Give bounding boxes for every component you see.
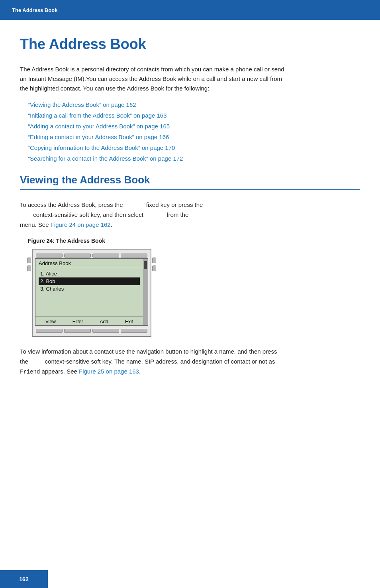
left-buttons [27, 258, 31, 271]
page-footer: 162 [0, 570, 48, 588]
viewing-para1: To access the Address Book, press the fi… [20, 200, 287, 230]
bottom-hw-buttons [35, 327, 148, 334]
page-number: 162 [19, 576, 28, 582]
softkey-exit: Exit [125, 319, 133, 324]
screen-scrollbar [143, 259, 148, 325]
viewing-para1-start: To access the Address Book, press the [20, 201, 123, 208]
hw-button-4 [121, 254, 147, 258]
viewing-para1-end: context-sensitive soft key, and then sel… [33, 211, 143, 218]
right-side-button-1 [152, 258, 156, 263]
contact-item-2: 2. Bob [39, 277, 140, 285]
right-buttons [152, 258, 156, 271]
phone-figure: Address Book 1. Alice 2. Bob 3. Charles … [32, 249, 151, 337]
softkey-view: View [45, 319, 56, 324]
link-editing[interactable]: “Editing a contact in your Address Book”… [28, 134, 169, 140]
figure-container: Figure 24: The Address Book [28, 238, 360, 337]
header-bar-title: The Address Book [12, 7, 57, 13]
link-copying[interactable]: “Copying information to the Address Book… [28, 144, 175, 151]
hw-button-b4 [121, 329, 147, 333]
main-content: The Address Book The Address Book is a p… [0, 20, 380, 409]
list-item[interactable]: “Initiating a call from the Address Book… [28, 112, 360, 119]
hw-button-2 [64, 254, 91, 258]
viewing-para2-middle: context-sensitive soft key. The name, SI… [45, 358, 275, 365]
list-item[interactable]: “Viewing the Address Book” on page 162 [28, 101, 360, 108]
hw-button-b1 [36, 329, 63, 333]
link-viewing[interactable]: “Viewing the Address Book” on page 162 [28, 101, 136, 108]
top-hw-buttons [35, 252, 148, 258]
contact-item-1: 1. Alice [39, 270, 140, 277]
scrollbar-thumb [144, 261, 147, 269]
link-adding[interactable]: “Adding a contact to your Address Book” … [28, 123, 170, 130]
hw-button-3 [92, 254, 119, 258]
link-searching[interactable]: “Searching for a contact in the Address … [28, 155, 183, 162]
hw-button-1 [36, 254, 63, 258]
screen-contacts: 1. Alice 2. Bob 3. Charles [35, 268, 143, 316]
list-item[interactable]: “Searching for a contact in the Address … [28, 155, 360, 162]
page-title: The Address Book [20, 36, 360, 53]
contact-item-3: 3. Charles [39, 285, 140, 293]
side-button-1 [27, 258, 31, 263]
softkey-filter: Filter [72, 319, 83, 324]
link-initiating[interactable]: “Initiating a call from the Address Book… [28, 112, 167, 119]
list-item[interactable]: “Editing a contact in your Address Book”… [28, 134, 360, 140]
soft-keys-row: View Filter Add Exit [35, 316, 143, 325]
viewing-para1-end2: from the [166, 211, 188, 218]
screen-wrapper: Address Book 1. Alice 2. Bob 3. Charles … [35, 259, 148, 325]
viewing-para2: To view information about a contact use … [20, 347, 287, 377]
viewing-para1-end3: menu. See [20, 221, 49, 228]
section-heading-viewing: Viewing the Address Book [20, 174, 360, 190]
screen-content: Address Book 1. Alice 2. Bob 3. Charles … [35, 259, 143, 325]
phone-screen: Address Book 1. Alice 2. Bob 3. Charles … [35, 258, 148, 326]
hw-button-b3 [92, 329, 119, 333]
header-bar: The Address Book [0, 0, 380, 20]
hw-button-b2 [64, 329, 91, 333]
viewing-para1-middle: fixed key or press the [146, 201, 203, 208]
figure24-link[interactable]: Figure 24 on page 162 [51, 221, 111, 228]
list-item[interactable]: “Adding a contact to your Address Book” … [28, 123, 360, 130]
friend-code: Friend [20, 369, 40, 375]
links-list: “Viewing the Address Book” on page 162 “… [20, 101, 360, 162]
figure-caption: Figure 24: The Address Book [28, 238, 360, 244]
right-side-button-2 [152, 265, 156, 271]
figure25-link[interactable]: Figure 25 on page 163 [79, 368, 139, 375]
side-button-2 [27, 265, 31, 271]
viewing-para2-end: appears. See [42, 368, 77, 375]
softkey-add: Add [100, 319, 108, 324]
intro-paragraph: The Address Book is a personal directory… [20, 65, 287, 93]
list-item[interactable]: “Copying information to the Address Book… [28, 144, 360, 151]
screen-title-bar: Address Book [35, 259, 143, 268]
